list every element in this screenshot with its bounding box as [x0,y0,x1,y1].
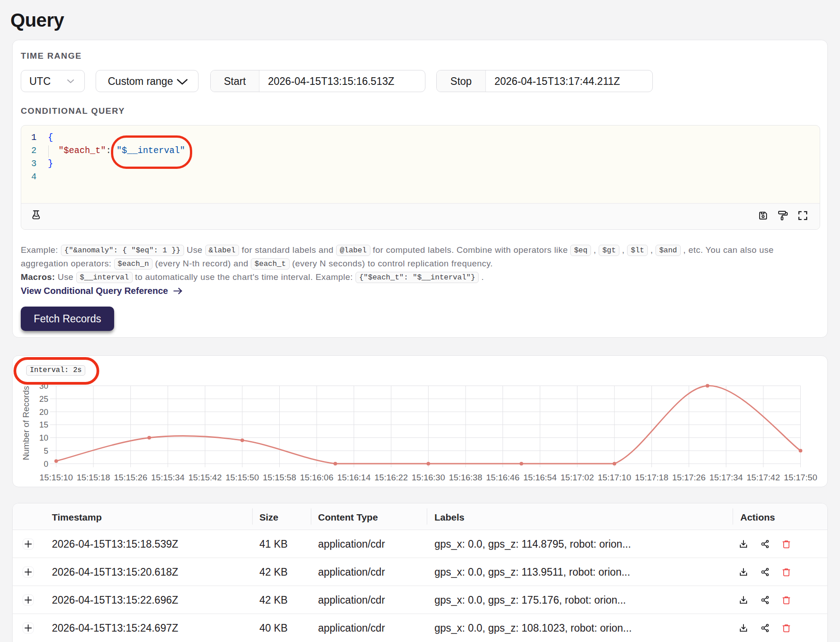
svg-text:15:16:54: 15:16:54 [523,473,557,482]
svg-text:15:15:10: 15:15:10 [40,473,73,482]
svg-text:15:17:02: 15:17:02 [561,473,594,482]
svg-text:15:17:50: 15:17:50 [784,473,817,482]
svg-text:0: 0 [44,460,48,469]
svg-text:15:15:34: 15:15:34 [151,473,185,482]
svg-text:Number of Records: Number of Records [21,386,31,461]
svg-text:15:16:22: 15:16:22 [374,473,408,482]
svg-text:10: 10 [39,433,48,442]
svg-text:20: 20 [39,408,48,417]
svg-text:15:15:18: 15:15:18 [77,473,110,482]
svg-text:15:15:26: 15:15:26 [114,473,148,482]
svg-text:15:17:34: 15:17:34 [710,473,743,482]
svg-text:15: 15 [39,420,48,429]
svg-text:15:17:10: 15:17:10 [598,473,631,482]
svg-text:15:17:42: 15:17:42 [747,473,780,482]
svg-text:15:16:14: 15:16:14 [337,473,371,482]
svg-text:15:16:06: 15:16:06 [300,473,333,482]
svg-text:15:17:26: 15:17:26 [672,473,706,482]
svg-text:15:16:30: 15:16:30 [412,473,445,482]
svg-text:15:15:42: 15:15:42 [189,473,222,482]
svg-text:15:16:38: 15:16:38 [449,473,482,482]
svg-text:15:17:18: 15:17:18 [635,473,669,482]
svg-text:25: 25 [39,395,48,404]
svg-text:15:15:50: 15:15:50 [226,473,259,482]
svg-text:15:16:46: 15:16:46 [486,473,520,482]
svg-text:15:15:58: 15:15:58 [263,473,296,482]
svg-text:5: 5 [44,447,48,456]
